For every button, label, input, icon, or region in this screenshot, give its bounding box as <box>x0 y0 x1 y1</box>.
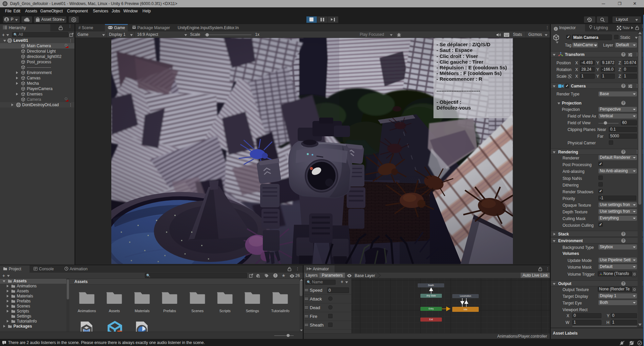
svg-text:Any State: Any State <box>426 294 436 297</box>
svg-text:- Météors : F (cooldown 5s): - Météors : F (cooldown 5s) <box>436 70 502 76</box>
svg-text:- Objectif :: - Objectif : <box>436 99 461 105</box>
svg-text:- Saut : Espace: - Saut : Espace <box>436 47 473 53</box>
svg-text:- Clic gauche : Tirer: - Clic gauche : Tirer <box>436 59 483 65</box>
svg-text:Death: Death <box>428 284 434 286</box>
svg-text:- Recommencer : R: - Recommencer : R <box>436 76 482 82</box>
svg-text:- Se déplacer : Z/Q/S/D: - Se déplacer : Z/Q/S/D <box>436 42 490 47</box>
svg-text:Défoulez-vous: Défoulez-vous <box>436 105 471 111</box>
svg-text:Idle: Idle <box>464 308 467 310</box>
svg-text:Entry: Entry <box>428 307 434 310</box>
svg-text:--------------------------: -------------------------- <box>436 88 480 93</box>
svg-text:Exit: Exit <box>429 318 433 321</box>
svg-text:Locomotion: Locomotion <box>460 295 471 297</box>
svg-text:- Clic droit : Viser: - Clic droit : Viser <box>436 53 478 59</box>
svg-text:- Répulsion : E (cooldown 5s): - Répulsion : E (cooldown 5s) <box>436 65 507 70</box>
